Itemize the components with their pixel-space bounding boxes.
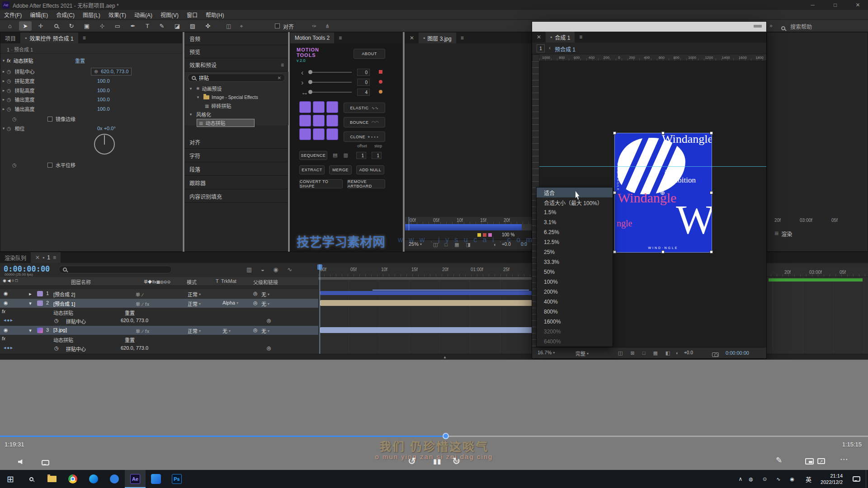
menu-composition[interactable]: 合成(C) [52, 11, 79, 19]
pip-icon[interactable] [805, 458, 814, 465]
slider-value[interactable]: 0 [357, 79, 370, 86]
clone-stamp-tool-icon[interactable]: ◪ [171, 21, 184, 31]
menu-help[interactable]: 帮助(H) [202, 11, 228, 19]
layer-playhead[interactable] [409, 217, 409, 230]
help-search-icon[interactable] [781, 24, 785, 32]
clone-button[interactable]: CLONE✚ ● ● ● [344, 131, 385, 142]
shape-tool-icon[interactable]: ▭ [111, 21, 124, 31]
close-tab-icon[interactable]: ✕ [35, 254, 40, 261]
floating-window-controls[interactable] [754, 25, 762, 28]
selection-handle[interactable] [710, 191, 713, 194]
twirl-icon[interactable]: ▸ [27, 291, 33, 297]
layer-name[interactable]: [预合成 2] [53, 291, 75, 298]
comp-menu-icon[interactable]: ≡ [575, 32, 587, 42]
property-value[interactable]: 100.0 [97, 106, 110, 112]
slider-value[interactable]: 0 [357, 69, 370, 76]
parent-select[interactable]: 无▾ [261, 327, 269, 334]
eye-icon[interactable]: ◉ [4, 291, 8, 296]
effect-row[interactable]: fx 动态拼贴 重置 [0, 308, 318, 316]
pickwhip-icon[interactable]: ◎ [267, 345, 271, 351]
zoom-menu-item[interactable]: 100% [537, 277, 613, 287]
poster-layer[interactable]: Windangle WIND ANGLE artexhibition Winda… [615, 133, 712, 252]
zoom-menu-item[interactable]: 合适大小（最大 100%） [537, 197, 613, 207]
exposure-value[interactable]: +0.0 [684, 350, 693, 355]
zoom-tool-icon[interactable] [50, 21, 62, 31]
minimize-button[interactable]: ─ [802, 0, 823, 10]
input-language-indicator[interactable]: 英 [801, 475, 816, 483]
property-row[interactable]: ◀◆▶ ◷ 拼贴中心 620.0, 773.0 ◎ [0, 316, 318, 325]
exposure-icon[interactable]: ◐ [676, 350, 679, 356]
motion-tools-menu-icon[interactable]: ≡ [334, 33, 346, 43]
close-panel-icon[interactable]: ✕ [532, 32, 546, 42]
reset-link[interactable]: 重置 [125, 336, 135, 343]
effect-row[interactable]: fx 动态拼贴 重置 [0, 335, 318, 343]
help-search-label[interactable]: 搜索帮助 [790, 23, 812, 30]
eye-icon[interactable]: ◉ [4, 327, 8, 333]
brush-tool-icon[interactable]: ✎ [156, 21, 168, 31]
guide-line[interactable] [539, 166, 766, 167]
resolution-select[interactable]: 完整▾ [576, 350, 589, 357]
layer-thumbnail[interactable] [37, 328, 43, 333]
elastic-button[interactable]: ELASTIC∿∿ [344, 103, 385, 113]
crosshair-icon[interactable]: ⊕ [94, 69, 98, 75]
tab-effect-controls[interactable]: ▪ 效果控件 预合成 1 [20, 33, 78, 43]
keyframe-nav-icons[interactable]: ◀◆▶ [4, 346, 14, 350]
zoom-menu-item[interactable]: 800% [537, 307, 613, 317]
stopwatch-icon[interactable]: ◷ [7, 106, 11, 112]
tray-expand-icon[interactable]: ∧ [735, 476, 746, 482]
tile-center-value[interactable]: ⊕ 620.0, 773.0 [91, 68, 132, 75]
playhead-line[interactable] [320, 264, 320, 354]
tree-item-motion-tile[interactable]: ▦动态拼贴 [197, 119, 255, 127]
pickwhip-icon[interactable]: ◎ [253, 300, 258, 306]
selection-handle[interactable] [661, 131, 665, 135]
comp-view-icons[interactable]: ◫ ⊠ □ ▦ ◧ [618, 350, 673, 356]
snap-checkbox[interactable] [275, 23, 280, 28]
phase-row[interactable]: ▾ ◷ 相位 0x +0.0° [0, 124, 182, 133]
puppet-tool-icon[interactable]: ✜ [202, 21, 214, 31]
content-aware-fill-panel-header[interactable]: 内容识别填充 [185, 190, 288, 203]
fx-badge-icon[interactable]: fx [7, 58, 11, 63]
zoom-menu-item[interactable]: 12.5% [537, 237, 613, 247]
mirror-edges-row[interactable]: ◷ 镜像边缘 [0, 114, 182, 123]
merge-button[interactable]: MERGE [329, 165, 352, 174]
menu-effect[interactable]: 效果(T) [104, 11, 130, 19]
eye-icon[interactable]: ◉ [4, 300, 8, 306]
reset-link[interactable]: 重置 [75, 57, 85, 64]
edge-icon[interactable] [83, 470, 104, 488]
col-layer-name[interactable]: 图层名称 [71, 278, 91, 286]
selection-handle[interactable] [613, 131, 616, 135]
toolbar-extra-icons[interactable]: ✑ ⋔ [312, 23, 333, 29]
layer-switches[interactable]: 单 ∕ fx [136, 300, 150, 307]
tree-stylize[interactable]: ▾风格化 [188, 110, 211, 118]
taskbar-ps-icon[interactable]: Ps [166, 470, 187, 488]
pen-tool-icon[interactable]: ✒ [127, 21, 139, 31]
bounce-button[interactable]: BOUNCE◠◠ [344, 117, 385, 127]
timeline-toggle-icons[interactable]: ▥ ◒ ◉ ∿ [246, 266, 296, 273]
col-trkmat[interactable]: TrkMat [221, 278, 236, 284]
menu-window[interactable]: 窗口 [183, 11, 202, 19]
slider-track[interactable] [308, 82, 352, 83]
pattern-grid[interactable] [299, 101, 338, 140]
ruler-corner[interactable] [532, 54, 539, 61]
edit-pencil-icon[interactable]: ✎ [776, 455, 782, 465]
property-name[interactable]: 拼贴中心 [66, 318, 86, 325]
comp-horizontal-ruler[interactable]: 1000800600 4002000 200400600 80010001200… [539, 54, 766, 61]
layer-row-3[interactable]: ◉ ▾ 3 [3.jpg] 单 ∕ fx 正常▾ 无▾ ◎ 无▾ [0, 326, 318, 335]
layer-color-label[interactable] [37, 291, 43, 296]
effects-presets-panel-header[interactable]: 效果和预设 ≡ [185, 59, 288, 71]
parent-select[interactable]: 无▾ [261, 300, 269, 307]
mode-select[interactable]: 正常▾ [188, 327, 201, 334]
zoom-menu-item[interactable]: 1600% [537, 317, 613, 327]
tree-animation-presets[interactable]: ▾✱动画预设 [188, 84, 222, 93]
align-panel-header[interactable]: 对齐 [185, 136, 288, 149]
tree-item-brick-tile[interactable]: ▦碎砖拼贴 [205, 102, 231, 110]
add-null-button[interactable]: ADD NULL [356, 165, 384, 174]
zoom-menu-item[interactable]: 25% [537, 247, 613, 257]
selection-handle[interactable] [710, 250, 713, 253]
tab-render-queue[interactable]: 渲染队列 [0, 252, 31, 263]
character-panel-header[interactable]: 字符 [185, 150, 288, 162]
layer-viewer-menu-icon[interactable]: ≡ [456, 33, 468, 43]
property-row[interactable]: ▸◷ 拼贴高度 100.0 [0, 86, 182, 95]
menu-layer[interactable]: 图层(L) [79, 11, 104, 19]
menu-file[interactable]: 文件(F) [0, 11, 26, 19]
